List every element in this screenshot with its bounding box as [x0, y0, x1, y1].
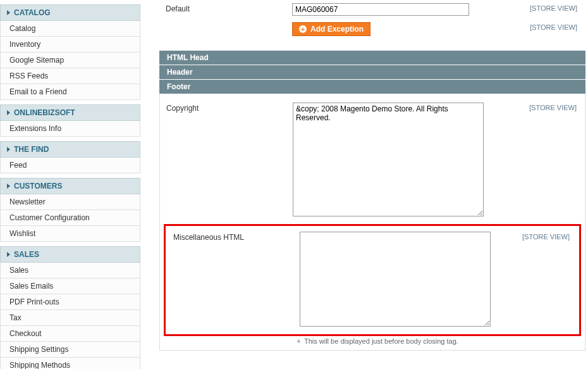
misc-html-label: Miscellaneous HTML: [173, 232, 300, 242]
sidebar-group-customers[interactable]: CUSTOMERS: [0, 178, 140, 194]
sidebar-group-label: CATALOG: [14, 8, 51, 17]
sidebar-item-customer-config[interactable]: Customer Configuration: [0, 210, 140, 226]
sidebar-group-thefind[interactable]: THE FIND: [0, 141, 140, 158]
sidebar-item-sales[interactable]: Sales: [0, 263, 140, 278]
triangle-icon: [7, 252, 10, 257]
sidebar-item-catalog[interactable]: Catalog: [0, 21, 140, 37]
add-exception-button[interactable]: + Add Exception: [292, 22, 371, 36]
copyright-label: Copyright: [166, 103, 293, 113]
sidebar-group-onlinebizsoft[interactable]: ONLINEBIZSOFT: [0, 104, 140, 121]
default-input[interactable]: [292, 3, 469, 16]
sidebar-item-shipping-methods[interactable]: Shipping Methods: [0, 358, 140, 369]
sidebar-item-checkout[interactable]: Checkout: [0, 326, 140, 342]
hint-text: This will be displayed just before body …: [304, 337, 458, 345]
sidebar-group-label: SALES: [14, 250, 39, 259]
triangle-up-icon: ▲: [296, 337, 302, 344]
sidebar-group-label: ONLINEBIZSOFT: [14, 108, 75, 117]
sidebar-item-pdf-printouts[interactable]: PDF Print-outs: [0, 294, 140, 310]
footer-panel: Copyright [STORE VIEW] Miscellaneous HTM…: [159, 94, 585, 351]
copyright-row: Copyright [STORE VIEW]: [160, 94, 585, 222]
sidebar-item-inventory[interactable]: Inventory: [0, 37, 140, 53]
sidebar-item-rss-feeds[interactable]: RSS Feeds: [0, 68, 140, 84]
scope-label: [STORE VIEW]: [522, 3, 579, 12]
sidebar-item-sales-emails[interactable]: Sales Emails: [0, 278, 140, 294]
sidebar-group-label: CUSTOMERS: [14, 182, 62, 191]
plus-icon: +: [299, 25, 307, 33]
scope-label: [STORE VIEW]: [522, 103, 579, 111]
scope-label: [STORE VIEW]: [522, 22, 579, 31]
triangle-icon: [7, 110, 10, 115]
sidebar-item-wishlist[interactable]: Wishlist: [0, 226, 140, 242]
triangle-icon: [7, 10, 10, 15]
add-exception-row: + Add Exception [STORE VIEW]: [159, 19, 585, 39]
default-row: Default [STORE VIEW]: [159, 0, 585, 19]
default-label: Default: [166, 3, 292, 13]
sidebar-item-shipping-settings[interactable]: Shipping Settings: [0, 342, 140, 358]
highlight-box: Miscellaneous HTML [STORE VIEW]: [164, 224, 581, 336]
accordion-html-head[interactable]: HTML Head: [159, 51, 585, 65]
sidebar: CATALOG Catalog Inventory Google Sitemap…: [0, 0, 140, 369]
sidebar-item-feed[interactable]: Feed: [0, 158, 140, 173]
misc-html-textarea[interactable]: [300, 232, 491, 327]
main-panel: Default [STORE VIEW] + Add Exception [ST…: [140, 0, 588, 369]
sidebar-group-catalog[interactable]: CATALOG: [0, 4, 140, 21]
scope-label: [STORE VIEW]: [515, 232, 572, 241]
accordion-footer[interactable]: Footer: [159, 80, 585, 94]
triangle-icon: [7, 147, 10, 152]
sidebar-item-extensions-info[interactable]: Extensions Info: [0, 121, 140, 137]
sidebar-group-label: THE FIND: [14, 145, 49, 154]
sidebar-item-tax[interactable]: Tax: [0, 310, 140, 326]
misc-html-hint: ▲ This will be displayed just before bod…: [160, 337, 585, 345]
add-exception-label: Add Exception: [310, 25, 364, 34]
accordion-header[interactable]: Header: [159, 65, 585, 79]
copyright-textarea[interactable]: [293, 103, 484, 216]
sidebar-item-google-sitemap[interactable]: Google Sitemap: [0, 53, 140, 68]
sidebar-group-sales[interactable]: SALES: [0, 246, 140, 263]
sidebar-item-newsletter[interactable]: Newsletter: [0, 194, 140, 210]
triangle-icon: [7, 184, 10, 189]
misc-html-row: Miscellaneous HTML [STORE VIEW]: [167, 228, 578, 332]
sidebar-item-email-friend[interactable]: Email to a Friend: [0, 84, 140, 100]
